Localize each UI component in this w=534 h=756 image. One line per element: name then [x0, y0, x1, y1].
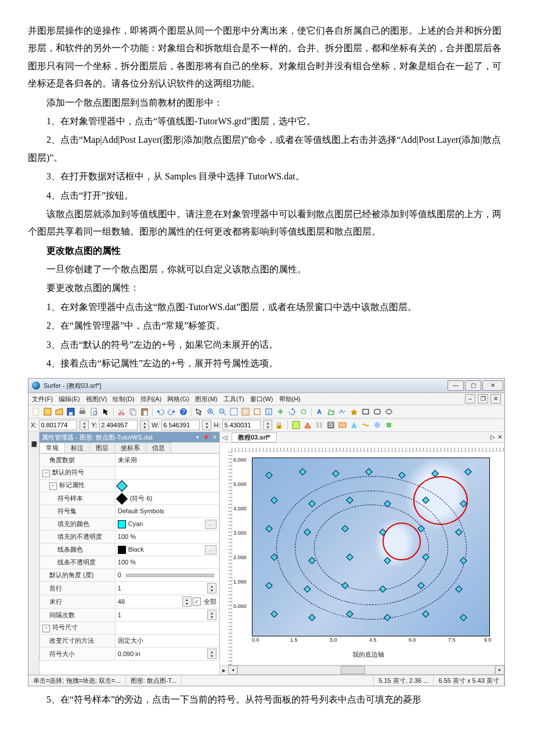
menu-graph[interactable]: 图形(M): [195, 396, 218, 402]
pointer-icon[interactable]: [100, 406, 111, 417]
expander-icon[interactable]: −: [42, 625, 50, 632]
scroll-left-button[interactable]: ◂: [228, 665, 237, 675]
zoom-sel-icon[interactable]: [252, 406, 262, 417]
tab-label[interactable]: 标注: [64, 442, 90, 453]
menu-draw[interactable]: 绘制(D): [113, 396, 134, 402]
tab-coord[interactable]: 坐标系: [114, 442, 146, 453]
h-input[interactable]: [222, 420, 261, 430]
panel-close-icon[interactable]: ✕: [212, 435, 217, 440]
lock-icon[interactable]: 🔒: [275, 420, 284, 430]
symbol-icon[interactable]: [349, 406, 359, 417]
paste-icon[interactable]: [139, 406, 150, 417]
zoom-out-icon[interactable]: [217, 406, 228, 417]
text-icon[interactable]: A: [314, 406, 324, 417]
expander-icon[interactable]: −: [42, 470, 50, 477]
tab-info[interactable]: 信息: [146, 442, 171, 453]
prop-val[interactable]: (符号 6): [115, 492, 219, 505]
scroll-right-button[interactable]: ▸: [495, 665, 504, 675]
mdi-restore-button[interactable]: ❐: [478, 394, 488, 404]
canvas[interactable]: 6.000 5.000 4.000 3.000 2.000 1.000 0.00…: [232, 452, 504, 665]
nav-next-icon[interactable]: ▷: [490, 434, 495, 440]
rect-icon[interactable]: [360, 406, 371, 417]
y-spinner[interactable]: ▲▼: [140, 420, 149, 430]
tb9-icon[interactable]: [384, 420, 394, 430]
menu-grid[interactable]: 网格(G): [167, 396, 189, 402]
minimize-button[interactable]: —: [448, 380, 464, 391]
menu-view[interactable]: 视图(V): [86, 396, 107, 402]
w-input[interactable]: [161, 420, 200, 430]
panel-pin2-icon[interactable]: 📌: [203, 435, 209, 440]
menu-edit[interactable]: 编辑(E): [59, 396, 80, 402]
prop-val[interactable]: [115, 480, 219, 492]
prop-val[interactable]: 未采用: [115, 454, 219, 467]
h-spinner[interactable]: ▲▼: [263, 420, 272, 430]
more-button[interactable]: …: [205, 520, 217, 529]
help-icon[interactable]: ?: [178, 406, 189, 417]
expander-icon[interactable]: −: [49, 483, 57, 490]
tb6-icon[interactable]: [349, 420, 359, 430]
spinner[interactable]: ▲▼: [207, 649, 217, 659]
w-spinner[interactable]: ▲▼: [202, 420, 211, 430]
new-icon[interactable]: [31, 406, 41, 417]
prop-val[interactable]: 100 %: [115, 531, 219, 543]
roundrect-icon[interactable]: [372, 406, 383, 417]
menu-tools[interactable]: 工具(T): [223, 396, 244, 402]
x-spinner[interactable]: ▲▼: [80, 420, 89, 430]
spinner[interactable]: ▲▼: [182, 596, 192, 607]
prop-val[interactable]: Black…: [115, 543, 219, 556]
plot-area[interactable]: [252, 458, 490, 636]
prop-val[interactable]: Default Symbols: [115, 505, 219, 518]
prop-val[interactable]: 100 %: [115, 556, 219, 569]
ruler-vertical[interactable]: [220, 452, 232, 665]
menu-file[interactable]: 文件(F): [32, 396, 53, 402]
open-icon[interactable]: [54, 406, 64, 417]
undo-icon[interactable]: [155, 406, 165, 417]
more-button[interactable]: …: [205, 545, 217, 555]
cut-icon[interactable]: [116, 406, 127, 417]
tb2-icon[interactable]: [303, 420, 312, 430]
mdi-minimize-button[interactable]: –: [465, 394, 475, 404]
ellipse-icon[interactable]: [384, 406, 394, 417]
tab-close-icon[interactable]: ✕: [497, 434, 502, 440]
spinner[interactable]: ▲▼: [207, 610, 217, 620]
titlebar[interactable]: Surfer - [教程03.srf*] — ▢ ✕: [28, 379, 504, 393]
tab-layer[interactable]: 图层: [89, 442, 115, 453]
doc-tab[interactable]: 教程03.srf*: [232, 433, 277, 442]
checkbox-all[interactable]: ✓: [193, 597, 201, 606]
hscrollbar[interactable]: ▸ ◂ ▸: [220, 665, 504, 675]
panel-title[interactable]: 属性管理器 - 图形: 散点图-TutorWS.dat ▾📌✕: [39, 432, 219, 442]
spinner[interactable]: ▲▼: [207, 583, 217, 593]
maximize-button[interactable]: ▢: [465, 380, 481, 391]
zoom-actual-icon[interactable]: 1: [264, 406, 274, 417]
print-icon[interactable]: [77, 406, 88, 417]
zoom-fit-icon[interactable]: [240, 406, 251, 417]
tb3-icon[interactable]: [315, 420, 324, 430]
tb1-icon[interactable]: [291, 420, 301, 430]
new-plot-icon[interactable]: [42, 406, 53, 417]
menu-help[interactable]: 帮助(H): [279, 396, 301, 402]
scroll-thumb[interactable]: [341, 666, 365, 674]
tab-general[interactable]: 常规: [39, 442, 65, 453]
side-tab-object-manager[interactable]: 对象管理器: [28, 432, 39, 675]
zoom-in-icon[interactable]: [205, 406, 216, 417]
menu-window[interactable]: 窗口(W): [250, 396, 273, 402]
prop-val[interactable]: 0.090 in▲▼: [115, 647, 219, 661]
save-icon[interactable]: [66, 406, 76, 417]
x-input[interactable]: [39, 420, 77, 430]
tb4-icon[interactable]: [326, 420, 335, 430]
copy-icon[interactable]: [128, 406, 138, 417]
tb8-icon[interactable]: [373, 420, 382, 430]
refresh-icon[interactable]: [298, 406, 309, 417]
prop-val[interactable]: 1▲▼: [115, 609, 219, 622]
menu-arrange[interactable]: 排列(A): [140, 396, 162, 402]
prop-val[interactable]: Cyan…: [115, 518, 219, 531]
redo-icon[interactable]: [167, 406, 177, 417]
prop-val[interactable]: 1▲▼: [115, 582, 219, 595]
y-input[interactable]: [99, 420, 138, 430]
tb7-icon[interactable]: [361, 420, 370, 430]
nav-prev-icon[interactable]: ◁: [220, 434, 229, 441]
redraw-icon[interactable]: [287, 406, 297, 417]
select-icon[interactable]: [194, 406, 204, 417]
close-button[interactable]: ✕: [482, 380, 503, 391]
preview-icon[interactable]: [89, 406, 99, 417]
